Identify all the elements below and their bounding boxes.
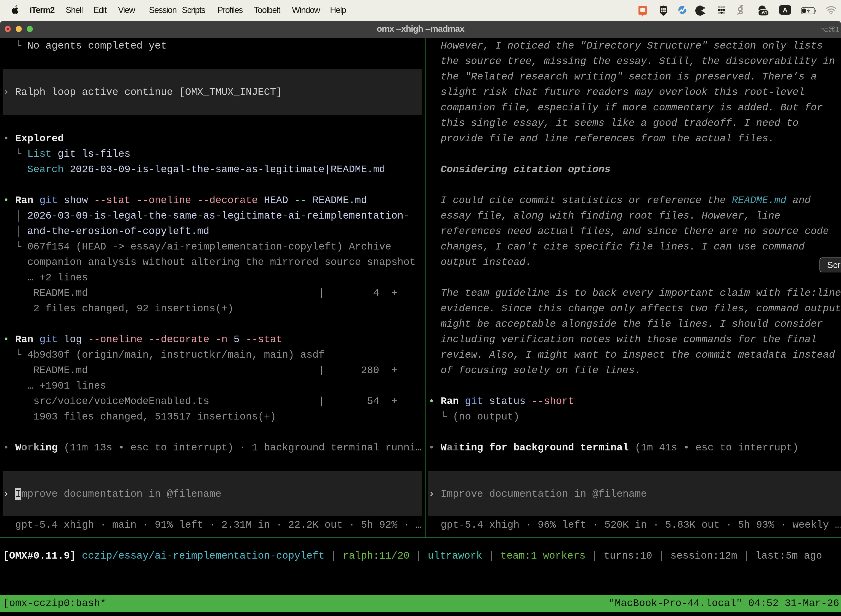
svg-text:..61: ..61 — [760, 10, 767, 15]
svg-text:A: A — [783, 6, 787, 14]
